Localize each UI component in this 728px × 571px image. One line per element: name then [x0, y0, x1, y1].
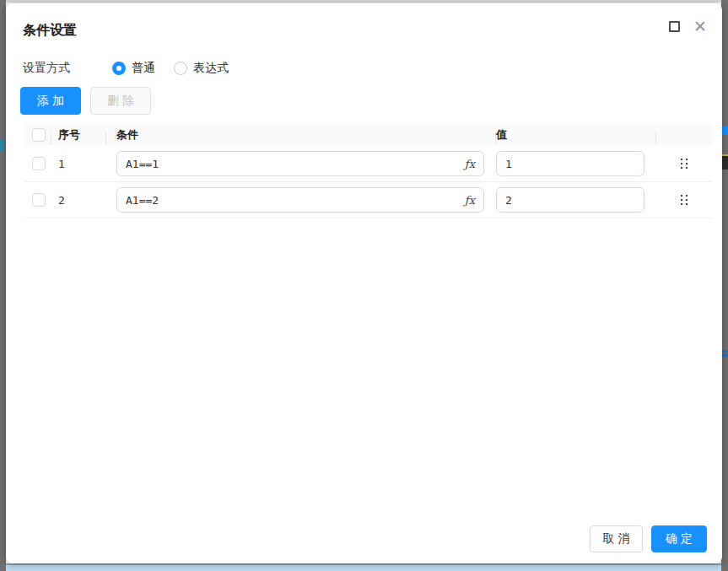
radio-selected-icon[interactable] [112, 62, 126, 75]
backdrop-fragment [0, 140, 4, 152]
dialog-footer: 取 消 确 定 [590, 525, 707, 552]
delete-button[interactable]: 删 除 [90, 87, 151, 115]
backdrop-top-edge [6, 0, 721, 3]
backdrop-fragment [721, 127, 728, 135]
radio-unselected-icon[interactable] [174, 62, 187, 75]
row-value-cell [496, 151, 656, 176]
condition-table: 序号 条件 值 1 ƒx [24, 124, 712, 218]
backdrop-fragment [721, 350, 728, 353]
table-header-row: 序号 条件 值 [24, 124, 712, 146]
table-row: 1 ƒx [24, 146, 712, 182]
value-input[interactable] [496, 187, 644, 213]
formula-icon[interactable]: ƒx [465, 194, 475, 207]
row-handle-cell [656, 155, 712, 172]
header-checkbox-cell [24, 128, 51, 142]
row-condition-cell: ƒx [106, 187, 496, 213]
backdrop-left-edge [0, 0, 6, 571]
maximize-icon[interactable] [669, 21, 680, 32]
toolbar: 添 加 删 除 [20, 87, 151, 115]
radio-option-label: 表达式 [193, 61, 229, 76]
drag-handle-icon[interactable] [677, 191, 691, 208]
radio-option-normal[interactable]: 普通 [112, 61, 155, 76]
row-index: 1 [58, 158, 65, 170]
settings-mode-label: 设置方式 [23, 61, 82, 76]
row-value-cell [496, 187, 656, 213]
table-row: 2 ƒx [24, 182, 712, 218]
row-checkbox[interactable] [32, 193, 46, 207]
radio-option-label: 普通 [132, 61, 155, 76]
backdrop-bottom-strip [6, 563, 721, 571]
settings-mode-row: 设置方式 普通 表达式 [23, 61, 229, 76]
header-index: 序号 [51, 127, 106, 143]
backdrop-fragment [721, 154, 728, 170]
header-value: 值 [496, 127, 656, 143]
radio-option-expression[interactable]: 表达式 [174, 61, 229, 76]
value-input[interactable] [496, 151, 644, 176]
settings-mode-radio-group: 普通 表达式 [112, 61, 229, 76]
condition-settings-dialog: 条件设置 ✕ 设置方式 普通 表达式 添 加 删 除 序号 条件 值 [6, 3, 722, 563]
row-condition-cell: ƒx [106, 151, 496, 176]
formula-icon[interactable]: ƒx [465, 158, 475, 170]
row-index-cell: 2 [51, 192, 106, 207]
condition-input[interactable] [116, 187, 484, 213]
select-all-checkbox[interactable] [32, 128, 46, 142]
header-condition: 条件 [106, 127, 496, 143]
cancel-button[interactable]: 取 消 [590, 525, 643, 552]
close-icon[interactable]: ✕ [693, 19, 707, 35]
ok-button[interactable]: 确 定 [651, 525, 707, 552]
drag-handle-icon[interactable] [677, 155, 691, 172]
row-checkbox-cell [24, 157, 51, 170]
backdrop-right-edge [721, 0, 728, 571]
row-checkbox[interactable] [32, 157, 46, 170]
row-index-cell: 1 [51, 156, 106, 171]
row-handle-cell [656, 191, 712, 208]
condition-input[interactable] [116, 151, 484, 176]
dialog-title: 条件设置 [23, 22, 77, 40]
add-button[interactable]: 添 加 [20, 87, 81, 115]
row-checkbox-cell [24, 193, 51, 207]
row-index: 2 [58, 194, 65, 207]
window-controls: ✕ [669, 19, 707, 35]
